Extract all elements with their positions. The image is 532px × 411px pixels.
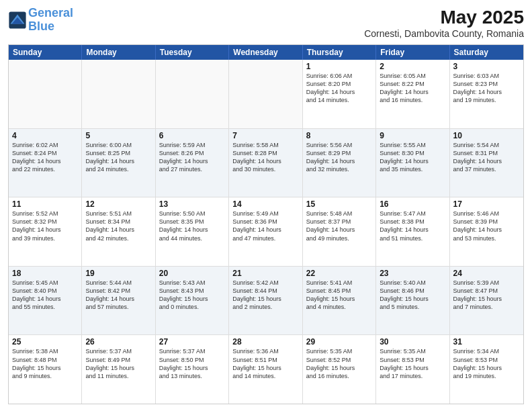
day-cell-20: 20Sunrise: 5:43 AMSunset: 8:43 PMDayligh… — [156, 267, 229, 335]
day-number-27: 27 — [159, 337, 225, 347]
day-number-29: 29 — [306, 337, 372, 347]
day-info-10: Sunrise: 5:54 AMSunset: 8:31 PMDaylight:… — [453, 141, 520, 174]
header-friday: Friday — [376, 45, 449, 60]
day-info-20: Sunrise: 5:43 AMSunset: 8:43 PMDaylight:… — [159, 279, 225, 312]
week-row-4: 18Sunrise: 5:45 AMSunset: 8:40 PMDayligh… — [9, 266, 523, 335]
day-info-19: Sunrise: 5:44 AMSunset: 8:42 PMDaylight:… — [85, 279, 151, 312]
day-info-1: Sunrise: 6:06 AMSunset: 8:20 PMDaylight:… — [306, 72, 372, 105]
day-info-7: Sunrise: 5:58 AMSunset: 8:28 PMDaylight:… — [232, 141, 298, 174]
week-row-5: 25Sunrise: 5:38 AMSunset: 8:48 PMDayligh… — [9, 334, 523, 404]
day-number-2: 2 — [380, 62, 445, 71]
day-cell-11: 11Sunrise: 5:52 AMSunset: 8:32 PMDayligh… — [9, 197, 82, 266]
day-info-21: Sunrise: 5:42 AMSunset: 8:44 PMDaylight:… — [232, 279, 298, 312]
empty-cell-w1-d4 — [229, 60, 302, 128]
day-info-28: Sunrise: 5:36 AMSunset: 8:51 PMDaylight:… — [232, 347, 298, 380]
day-info-4: Sunrise: 6:02 AMSunset: 8:24 PMDaylight:… — [12, 141, 78, 174]
day-cell-17: 17Sunrise: 5:46 AMSunset: 8:39 PMDayligh… — [450, 197, 523, 266]
day-number-18: 18 — [12, 269, 78, 278]
day-number-22: 22 — [306, 269, 372, 278]
day-number-12: 12 — [85, 199, 151, 209]
day-number-11: 11 — [12, 199, 78, 209]
day-number-30: 30 — [380, 337, 445, 347]
day-number-21: 21 — [232, 269, 298, 278]
day-cell-13: 13Sunrise: 5:50 AMSunset: 8:35 PMDayligh… — [156, 197, 229, 266]
day-number-14: 14 — [232, 199, 298, 209]
day-number-10: 10 — [453, 131, 520, 140]
location: Cornesti, Dambovita County, Romania — [364, 28, 524, 39]
day-info-24: Sunrise: 5:39 AMSunset: 8:47 PMDaylight:… — [453, 279, 520, 312]
day-number-6: 6 — [159, 131, 225, 140]
day-info-5: Sunrise: 6:00 AMSunset: 8:25 PMDaylight:… — [85, 141, 151, 174]
day-number-26: 26 — [85, 337, 151, 347]
header-saturday: Saturday — [450, 45, 523, 60]
day-info-13: Sunrise: 5:50 AMSunset: 8:35 PMDaylight:… — [159, 210, 225, 242]
day-cell-1: 1Sunrise: 6:06 AMSunset: 8:20 PMDaylight… — [303, 60, 376, 128]
day-cell-31: 31Sunrise: 5:34 AMSunset: 8:53 PMDayligh… — [450, 335, 523, 404]
header-thursday: Thursday — [303, 45, 376, 60]
day-number-13: 13 — [159, 199, 225, 209]
day-cell-4: 4Sunrise: 6:02 AMSunset: 8:24 PMDaylight… — [9, 129, 82, 197]
day-cell-27: 27Sunrise: 5:37 AMSunset: 8:50 PMDayligh… — [156, 335, 229, 404]
logo-text: General Blue — [28, 7, 73, 34]
page-container: General Blue May 2025 Cornesti, Dambovit… — [0, 0, 532, 411]
day-info-18: Sunrise: 5:45 AMSunset: 8:40 PMDaylight:… — [12, 279, 78, 312]
day-cell-16: 16Sunrise: 5:47 AMSunset: 8:38 PMDayligh… — [376, 197, 449, 266]
day-number-19: 19 — [85, 269, 151, 278]
day-cell-18: 18Sunrise: 5:45 AMSunset: 8:40 PMDayligh… — [9, 267, 82, 335]
day-info-9: Sunrise: 5:55 AMSunset: 8:30 PMDaylight:… — [380, 141, 445, 174]
logo-icon — [8, 11, 27, 30]
day-number-24: 24 — [453, 269, 520, 278]
weeks-container: 1Sunrise: 6:06 AMSunset: 8:20 PMDaylight… — [9, 60, 523, 404]
day-info-3: Sunrise: 6:03 AMSunset: 8:23 PMDaylight:… — [453, 72, 520, 105]
day-info-29: Sunrise: 5:35 AMSunset: 8:52 PMDaylight:… — [306, 347, 372, 380]
day-info-6: Sunrise: 5:59 AMSunset: 8:26 PMDaylight:… — [159, 141, 225, 174]
day-info-31: Sunrise: 5:34 AMSunset: 8:53 PMDaylight:… — [453, 347, 520, 380]
week-row-2: 4Sunrise: 6:02 AMSunset: 8:24 PMDaylight… — [9, 128, 523, 197]
day-info-23: Sunrise: 5:40 AMSunset: 8:46 PMDaylight:… — [380, 279, 445, 312]
day-cell-22: 22Sunrise: 5:41 AMSunset: 8:45 PMDayligh… — [303, 267, 376, 335]
day-cell-15: 15Sunrise: 5:48 AMSunset: 8:37 PMDayligh… — [303, 197, 376, 266]
header-wednesday: Wednesday — [229, 45, 302, 60]
day-number-31: 31 — [453, 337, 520, 347]
day-number-1: 1 — [306, 62, 372, 71]
day-number-8: 8 — [306, 131, 372, 140]
day-number-23: 23 — [380, 269, 445, 278]
day-cell-3: 3Sunrise: 6:03 AMSunset: 8:23 PMDaylight… — [450, 60, 523, 128]
day-info-2: Sunrise: 6:05 AMSunset: 8:22 PMDaylight:… — [380, 72, 445, 105]
day-cell-24: 24Sunrise: 5:39 AMSunset: 8:47 PMDayligh… — [450, 267, 523, 335]
day-number-25: 25 — [12, 337, 78, 347]
empty-cell-w1-d2 — [82, 60, 155, 128]
day-cell-8: 8Sunrise: 5:56 AMSunset: 8:29 PMDaylight… — [303, 129, 376, 197]
day-number-15: 15 — [306, 199, 372, 209]
day-info-25: Sunrise: 5:38 AMSunset: 8:48 PMDaylight:… — [12, 347, 78, 380]
day-info-27: Sunrise: 5:37 AMSunset: 8:50 PMDaylight:… — [159, 347, 225, 380]
day-cell-5: 5Sunrise: 6:00 AMSunset: 8:25 PMDaylight… — [82, 129, 155, 197]
day-info-16: Sunrise: 5:47 AMSunset: 8:38 PMDaylight:… — [380, 210, 445, 242]
day-cell-7: 7Sunrise: 5:58 AMSunset: 8:28 PMDaylight… — [229, 129, 302, 197]
day-info-22: Sunrise: 5:41 AMSunset: 8:45 PMDaylight:… — [306, 279, 372, 312]
day-info-30: Sunrise: 5:35 AMSunset: 8:53 PMDaylight:… — [380, 347, 445, 380]
day-info-12: Sunrise: 5:51 AMSunset: 8:34 PMDaylight:… — [85, 210, 151, 242]
header-sunday: Sunday — [9, 45, 82, 60]
empty-cell-w1-d1 — [9, 60, 82, 128]
week-row-1: 1Sunrise: 6:06 AMSunset: 8:20 PMDaylight… — [9, 60, 523, 128]
day-cell-10: 10Sunrise: 5:54 AMSunset: 8:31 PMDayligh… — [450, 129, 523, 197]
day-number-16: 16 — [380, 199, 445, 209]
header: General Blue May 2025 Cornesti, Dambovit… — [8, 7, 524, 39]
day-cell-14: 14Sunrise: 5:49 AMSunset: 8:36 PMDayligh… — [229, 197, 302, 266]
day-number-20: 20 — [159, 269, 225, 278]
day-number-7: 7 — [232, 131, 298, 140]
day-cell-29: 29Sunrise: 5:35 AMSunset: 8:52 PMDayligh… — [303, 335, 376, 404]
day-number-3: 3 — [453, 62, 520, 71]
week-row-3: 11Sunrise: 5:52 AMSunset: 8:32 PMDayligh… — [9, 197, 523, 266]
day-cell-25: 25Sunrise: 5:38 AMSunset: 8:48 PMDayligh… — [9, 335, 82, 404]
day-cell-6: 6Sunrise: 5:59 AMSunset: 8:26 PMDaylight… — [156, 129, 229, 197]
day-info-15: Sunrise: 5:48 AMSunset: 8:37 PMDaylight:… — [306, 210, 372, 242]
day-number-28: 28 — [232, 337, 298, 347]
empty-cell-w1-d3 — [156, 60, 229, 128]
day-info-26: Sunrise: 5:37 AMSunset: 8:49 PMDaylight:… — [85, 347, 151, 380]
day-cell-2: 2Sunrise: 6:05 AMSunset: 8:22 PMDaylight… — [376, 60, 449, 128]
day-number-4: 4 — [12, 131, 78, 140]
day-info-17: Sunrise: 5:46 AMSunset: 8:39 PMDaylight:… — [453, 210, 520, 242]
day-info-8: Sunrise: 5:56 AMSunset: 8:29 PMDaylight:… — [306, 141, 372, 174]
